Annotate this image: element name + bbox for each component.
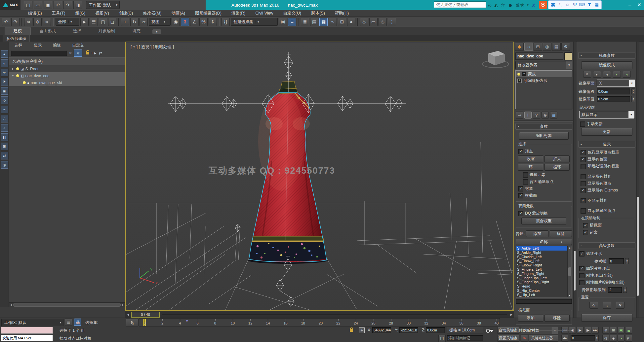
rendered-frame-icon[interactable]: ▭ xyxy=(369,18,378,26)
expand-icon[interactable]: + xyxy=(517,79,522,83)
utilities-tab[interactable]: ⚙ xyxy=(561,43,570,51)
ime-toolbox-icon[interactable]: ▦ xyxy=(593,1,600,8)
select-check-2[interactable]: ✓封套 xyxy=(518,186,570,191)
explorer-search-input[interactable] xyxy=(11,50,67,56)
rollout-display[interactable]: -显示 xyxy=(578,141,635,148)
display-check-5[interactable]: ✓显示所有 Gizmos xyxy=(581,188,636,193)
snaps-toggle-icon[interactable]: 3 xyxy=(181,18,189,26)
select-check-3[interactable]: ✓横截面 xyxy=(518,193,570,198)
layer-manager-icon[interactable]: ≣ xyxy=(65,319,72,326)
display-shapes-icon[interactable]: ∿ xyxy=(1,69,8,76)
select-scale-icon[interactable]: ▱ xyxy=(140,18,148,26)
remove-bone-button[interactable]: 移除 xyxy=(550,230,572,237)
bone-limit-field[interactable]: 2 xyxy=(608,287,622,293)
paste-green-left-icon[interactable]: ◂ xyxy=(623,71,631,78)
menu-item-11[interactable]: 脚本(S) xyxy=(306,10,330,17)
display-groups-icon[interactable]: ⊞ xyxy=(1,143,8,150)
reset-all-bones-icon[interactable]: ≋ xyxy=(616,302,624,309)
render-setup-icon[interactable]: ♨ xyxy=(360,18,368,26)
modifier-list-dropdown[interactable]: 修改器列表▼ xyxy=(515,61,572,69)
ref-frame-field[interactable]: 0 xyxy=(609,258,624,264)
display-check-2[interactable]: 明暗处理所有权重 xyxy=(581,163,636,169)
modifier-stack[interactable]: +蒙皮+可编辑多边形 xyxy=(515,70,572,109)
save-file-icon[interactable]: ▣ xyxy=(44,1,52,9)
display-containers-icon[interactable]: ◧ xyxy=(1,133,8,141)
material-editor-icon[interactable]: ● xyxy=(347,18,355,26)
schematic-view-icon[interactable]: ⊞ xyxy=(338,18,346,26)
undo-icon[interactable]: ↶ xyxy=(2,18,10,26)
display-lights-icon[interactable]: ☀ xyxy=(1,78,8,86)
mirror-threshold-spinner[interactable]: ▲▼ xyxy=(631,96,635,102)
redo-icon[interactable]: ↷ xyxy=(63,1,72,9)
expand-arrow-icon[interactable]: ▶ xyxy=(11,67,15,70)
play-icon[interactable]: ▶ xyxy=(577,327,584,334)
checkbox[interactable] xyxy=(579,273,584,278)
checkbox[interactable] xyxy=(523,179,528,185)
checkbox[interactable]: ✓ xyxy=(583,223,588,228)
display-tab[interactable]: ▤ xyxy=(552,43,561,51)
open-mini-curve-editor-icon[interactable]: ⧎ xyxy=(126,319,139,326)
ribbon-tab-3[interactable]: 对象绘制 xyxy=(90,27,124,35)
advanced-check-0[interactable]: ✓回退变换顶点 xyxy=(579,266,636,271)
ribbon-tab-4[interactable]: 填充 xyxy=(124,27,149,35)
checkbox[interactable]: ✓ xyxy=(581,157,586,162)
lock-icon[interactable] xyxy=(86,52,89,54)
object-name-field[interactable]: nac_dwc_coe xyxy=(515,52,563,60)
mirror-threshold-field[interactable]: 0.5cm xyxy=(597,96,630,102)
bone-filter-field[interactable] xyxy=(516,299,572,304)
checkbox[interactable] xyxy=(581,181,586,186)
close-button[interactable]: ✕ xyxy=(637,2,641,8)
explorer-menu-0[interactable]: 选择 xyxy=(9,43,28,48)
toolbar-overflow-icon[interactable]: » xyxy=(186,318,188,323)
draw-on-top-check-0[interactable]: ✓横截面 xyxy=(583,222,633,228)
select-check-0[interactable]: 选择元素 xyxy=(523,172,570,178)
align-icon[interactable]: ≡ xyxy=(288,18,296,26)
bone-item-S_Hip_Center[interactable]: S_Hip_Center xyxy=(516,289,572,293)
menu-item-4[interactable]: 创建(C) xyxy=(114,10,138,17)
explorer-menu-3[interactable]: 自定义 xyxy=(66,43,90,48)
always-deform-checkbox[interactable]: ✓始终变形 xyxy=(579,251,636,256)
stack-item-0[interactable]: +蒙皮 xyxy=(516,71,572,77)
dq-skinning-checkbox[interactable]: ✓DQ 蒙皮切换 xyxy=(518,211,570,216)
advanced-check-2[interactable]: 刚性面片控制柄(全部) xyxy=(579,280,636,285)
window-crossing-icon[interactable]: ◻ xyxy=(108,18,116,26)
ime-emoji-icon[interactable]: ☺ xyxy=(564,1,571,8)
bone-item-S_FingerTips_Left[interactable]: S_FingerTips_Left xyxy=(516,276,572,280)
open-file-icon[interactable]: ▱ xyxy=(34,1,42,9)
manual-update-checkbox[interactable]: 手动更新 xyxy=(578,121,636,127)
paste-envelopes-icon[interactable]: ⧉ xyxy=(583,71,591,78)
checkbox[interactable]: ✓ xyxy=(518,193,523,198)
exchange-store-icon[interactable]: X xyxy=(532,2,535,8)
projection-dropdown[interactable]: 默认显示▼ xyxy=(579,111,634,119)
display-check-6[interactable]: ✓不显示封套 xyxy=(581,198,636,203)
menu-item-12[interactable]: 帮助(H) xyxy=(330,10,354,17)
sign-in-link[interactable]: 登录 xyxy=(516,2,524,8)
x-coordinate-field[interactable]: 64692.344 xyxy=(372,327,391,333)
track-bar[interactable]: 0246810121416182022242628303234363840 xyxy=(139,318,500,326)
scroll-left-icon[interactable]: ◀ xyxy=(10,303,12,306)
user-icon[interactable]: ☻ xyxy=(508,2,513,8)
mirror-plane-dropdown[interactable]: X▼ xyxy=(597,80,635,87)
use-pivot-center-icon[interactable]: ◉ xyxy=(172,18,180,26)
blend-weights-button[interactable]: 混合权重 xyxy=(521,218,566,224)
display-check-7[interactable]: 显示隐藏的顶点 xyxy=(581,208,636,214)
mirror-mode-button[interactable]: 镜像模式 xyxy=(581,61,632,69)
ribbon-tab-1[interactable]: 自由形式 xyxy=(31,27,64,35)
checkbox[interactable]: ✓ xyxy=(581,150,586,155)
checkbox[interactable]: ✓ xyxy=(581,188,586,193)
menu-item-7[interactable]: 图形编辑器(D) xyxy=(190,10,226,17)
filter-icon[interactable]: ▽ xyxy=(74,50,82,57)
checkbox[interactable]: ✓ xyxy=(518,149,523,154)
render-production-icon[interactable]: ♨ xyxy=(379,18,387,26)
z-coordinate-field[interactable]: 0.0cm xyxy=(426,327,445,333)
select-link-icon[interactable]: ∞ xyxy=(24,18,32,26)
bone-item-S_FingerTips_Right[interactable]: S_FingerTips_Right xyxy=(516,280,572,284)
display-geometry-icon[interactable]: ◐ xyxy=(1,59,8,67)
display-spacewarps-icon[interactable]: ≈ xyxy=(1,106,8,113)
undo-icon[interactable]: ↶ xyxy=(54,1,62,9)
more-tools-icon[interactable]: ⋮ xyxy=(388,18,396,26)
time-slider-handle[interactable]: 0 / 40 xyxy=(131,312,160,318)
checkbox[interactable] xyxy=(580,121,585,127)
reset-selected-verts-icon[interactable]: ◇ xyxy=(589,302,598,309)
project-toggle-icon[interactable]: ◨ xyxy=(73,1,82,9)
